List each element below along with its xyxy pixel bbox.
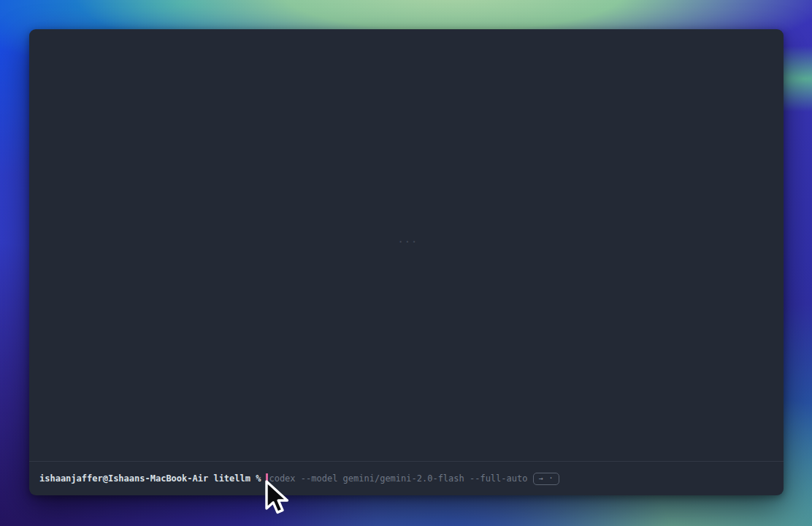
- desktop-wallpaper: ... ishaanjaffer@Ishaans-MacBook-Air lit…: [0, 0, 812, 526]
- terminal-window[interactable]: ... ishaanjaffer@Ishaans-MacBook-Air lit…: [29, 29, 784, 495]
- text-caret: [266, 473, 268, 484]
- command-input-row[interactable]: ishaanjaffer@Ishaans-MacBook-Air litellm…: [29, 462, 784, 495]
- right-arrow-key-icon: → ·: [538, 475, 554, 482]
- autosuggestion-text: codex --model gemini/gemini-2.0-flash --…: [269, 473, 527, 484]
- collapsed-output-ellipsis: ...: [398, 235, 418, 245]
- terminal-output-area: ...: [29, 29, 784, 461]
- accept-suggestion-hint-badge: → ·: [533, 473, 559, 485]
- shell-prompt: ishaanjaffer@Ishaans-MacBook-Air litellm…: [39, 473, 261, 484]
